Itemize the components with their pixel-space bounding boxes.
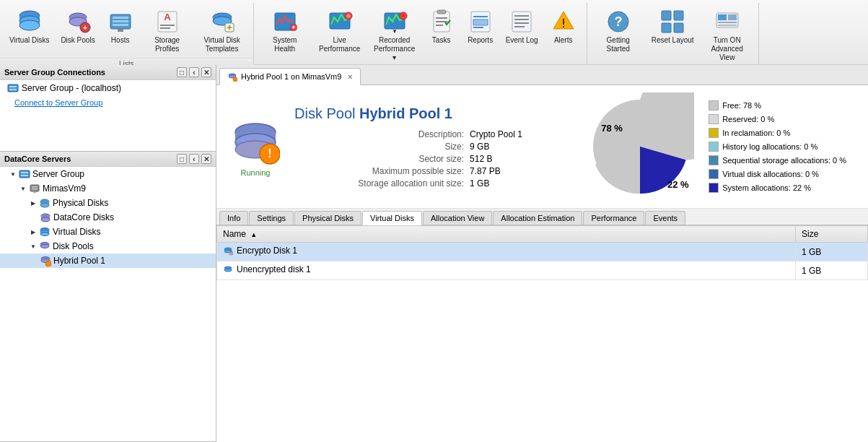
hosts-button[interactable]: Hosts [102,6,139,48]
dcs-header-controls: □ ‹ ✕ [177,154,211,164]
svg-rect-13 [113,24,128,26]
tab-physical-disks[interactable]: Physical Disks [294,211,361,225]
hybrid-pool-1-label: Hybrid Pool 1 [53,256,105,266]
diskpool-fields: Description: Crypto Pool 1 Size: 9 GB Se… [294,129,586,188]
server-group-localhost-item[interactable]: Server Group - (localhost) [0,80,216,96]
system-health-label: System Health [263,36,307,53]
tree-virtual-disks[interactable]: ▶ Virtual Disks [0,225,216,239]
legend-in-reclamation: In reclamation: 0 % [709,128,846,138]
svg-text:+: + [291,24,295,31]
datacore-servers-header: DataCore Servers □ ‹ ✕ [0,152,216,167]
tab-allocation-view[interactable]: Allocation View [423,211,492,225]
sgc-pin-button[interactable]: ‹ [189,67,199,77]
svg-rect-41 [473,16,488,17]
storage-profiles-button[interactable]: A Storage Profiles [141,6,194,56]
storage-profiles-icon: A [154,9,180,35]
datacore-servers-panel: DataCore Servers □ ‹ ✕ ▼ Ser [0,152,216,442]
tree-mimasvm9[interactable]: ▼ MimasVm9 [0,181,216,196]
col-size-header[interactable]: Size [796,226,868,243]
system-health-button[interactable]: + System Health [258,6,312,56]
recorded-performance-icon: ▼ [382,9,408,35]
svg-rect-17 [160,25,175,26]
diskpool-header: ! Running Disk Pool Hybrid Pool 1 Descri… [216,85,868,209]
svg-rect-68 [21,172,28,173]
tab-virtual-disks[interactable]: Virtual Disks [362,211,422,225]
disk-pools-tree-icon [39,240,51,252]
sgc-close-button[interactable]: ✕ [201,67,211,77]
server-group-connections-header: Server Group Connections □ ‹ ✕ [0,65,216,80]
tree-physical-disks[interactable]: ▶ Physical Disks [0,196,216,210]
svg-rect-61 [718,22,737,23]
legend-virtual-disk-label: Virtual disk allocations: 0 % [722,170,819,178]
name-sort-arrow: ▲ [250,231,257,238]
row-2-name-cell: Unencrypted disk 1 [217,261,796,280]
mimasvm9-expand-arrow: ▼ [19,185,27,192]
svg-rect-42 [473,20,488,25]
svg-rect-69 [21,175,28,176]
diskpool-title-prefix: Disk Pool [294,105,355,121]
hybrid-pool-tab-icon [227,72,237,82]
dcs-tree-container: ▼ Server Group ▼ [0,167,216,441]
tab-performance[interactable]: Performance [583,211,644,225]
virtual-disks-button[interactable]: Virtual Disks [4,6,54,48]
hybrid-pool-tab-label: Hybrid Pool 1 on MimasVm9 [241,72,341,81]
svg-rect-65 [9,86,17,87]
svg-rect-66 [9,89,17,90]
virtual-disk-templates-button[interactable]: Virtual Disk Templates [196,6,249,56]
alerts-button[interactable]: Alerts [545,6,582,48]
toolbar-group-lists: Virtual Disks + Disk Pools [0,3,254,64]
svg-rect-64 [8,84,18,92]
live-performance-button[interactable]: Live Performance [313,6,367,56]
legend-history-log-color [709,142,719,152]
tree-disk-pools[interactable]: ▼ Disk Pools [0,239,216,254]
tab-events[interactable]: Events [645,211,685,225]
getting-started-label: Getting Started [597,36,640,53]
recorded-performance-button[interactable]: ▼ RecordedPerformance ▾ [368,6,421,65]
pie-label-22: 22 % [667,179,689,190]
tasks-button[interactable]: Tasks [423,6,460,48]
svg-rect-45 [512,12,531,32]
physical-disks-label: Physical Disks [53,198,108,208]
max-size-label: Maximum possible size: [294,166,464,176]
table-row[interactable]: Encrypto Disk 1 1 GB [217,243,868,261]
physical-disks-expand-arrow: ▶ [30,199,37,207]
legend-reserved-color [709,114,719,124]
dcs-close-button[interactable]: ✕ [201,154,211,164]
dcs-restore-button[interactable]: □ [177,154,187,164]
getting-started-button[interactable]: ? Getting Started [592,6,645,56]
legend-system: System allocations: 22 % [709,183,846,193]
hybrid-pool-tab-close[interactable]: ✕ [347,73,353,81]
detail-tabs: Info Settings Physical Disks Virtual Dis… [216,209,868,225]
live-performance-icon [327,9,353,35]
legend-sequential-storage: Sequential storage allocations: 0 % [709,155,846,165]
virtual-disks-table-container: Name ▲ Size [216,225,868,442]
tab-settings[interactable]: Settings [249,211,294,225]
tab-allocation-estimation[interactable]: Allocation Estimation [493,211,582,225]
disk-pools-expand-arrow: ▼ [30,243,37,250]
reset-layout-button[interactable]: Reset Layout [646,6,699,48]
tree-datacore-disks[interactable]: DataCore Disks [0,210,216,225]
col-name-header[interactable]: Name ▲ [217,226,796,243]
dcs-pin-button[interactable]: ‹ [189,154,199,164]
hybrid-pool-tab[interactable]: Hybrid Pool 1 on MimasVm9 ✕ [219,68,361,85]
table-row[interactable]: Unencrypted disk 1 1 GB [217,261,868,280]
connect-to-server-group-link[interactable]: Connect to Server Group [0,96,216,109]
live-performance-label: Live Performance [318,36,361,53]
turn-on-advanced-view-button[interactable]: Turn ON Advanced View [701,6,754,65]
tab-info[interactable]: Info [219,211,248,225]
svg-rect-11 [113,17,128,19]
sgc-restore-button[interactable]: □ [177,67,187,77]
event-log-button[interactable]: Event Log [501,6,543,48]
mimasvm9-icon [29,183,40,194]
virtual-disks-tree-icon [39,226,51,238]
sector-size-value: 512 B [470,154,586,164]
tree-hybrid-pool-1[interactable]: Hybrid Pool 1 [0,254,216,268]
legend-reserved-label: Reserved: 0 % [722,115,774,124]
reports-button[interactable]: Reports [462,6,499,48]
toolbar-group-layout-items: ? Getting Started Reset Layout [587,3,758,66]
svg-point-110 [224,269,232,272]
disk-pools-button[interactable]: + Disk Pools [56,6,100,48]
legend-reserved: Reserved: 0 % [709,114,846,124]
tree-server-group[interactable]: ▼ Server Group [0,167,216,181]
diskpool-status: Running [241,168,271,177]
